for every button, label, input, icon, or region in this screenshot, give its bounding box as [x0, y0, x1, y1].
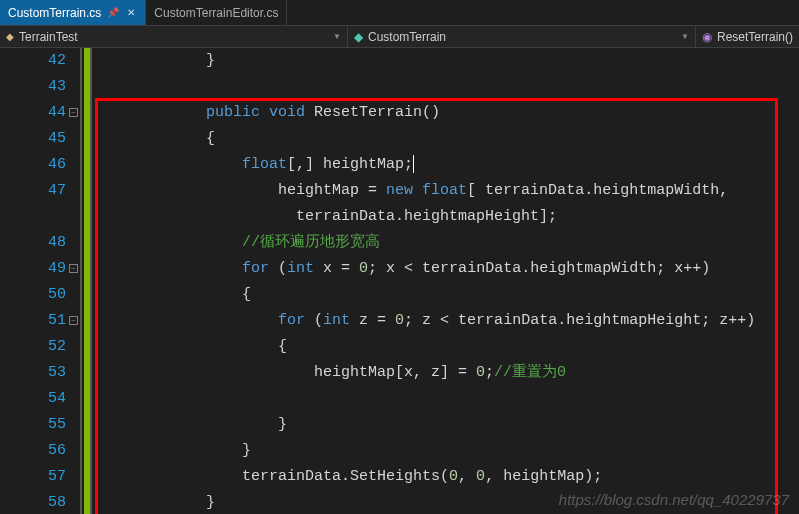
- code-line[interactable]: public void ResetTerrain(): [98, 100, 799, 126]
- code-line[interactable]: }: [98, 490, 799, 514]
- line-number: 50: [0, 282, 66, 308]
- tab-bar: CustomTerrain.cs 📌 ✕ CustomTerrainEditor…: [0, 0, 799, 26]
- line-number: 42: [0, 48, 66, 74]
- fold-indicator-track: −−−: [68, 48, 80, 514]
- namespace-dropdown[interactable]: ◆ TerrainTest ▼: [0, 26, 348, 47]
- class-dropdown[interactable]: ◆ CustomTerrain ▼: [348, 26, 696, 47]
- line-number: 52: [0, 334, 66, 360]
- code-line[interactable]: [98, 74, 799, 100]
- code-line[interactable]: terrainData.SetHeights(0, 0, heightMap);: [98, 464, 799, 490]
- code-line[interactable]: {: [98, 126, 799, 152]
- code-line[interactable]: for (int x = 0; x < terrainData.heightma…: [98, 256, 799, 282]
- code-line[interactable]: terrainData.heightmapHeight];: [98, 204, 799, 230]
- namespace-icon: ◆: [6, 31, 14, 42]
- line-number: 44: [0, 100, 66, 126]
- code-line[interactable]: [98, 386, 799, 412]
- close-icon[interactable]: ✕: [125, 7, 137, 19]
- line-number: 54: [0, 386, 66, 412]
- line-number: 45: [0, 126, 66, 152]
- chevron-down-icon: ▼: [333, 32, 341, 41]
- line-number: 47: [0, 178, 66, 204]
- line-number-gutter: 42434445464748495051525354555657585960−−…: [0, 48, 80, 514]
- line-number: 58: [0, 490, 66, 514]
- code-line[interactable]: }: [98, 48, 799, 74]
- line-number: 48: [0, 230, 66, 256]
- tab-customterrain[interactable]: CustomTerrain.cs 📌 ✕: [0, 0, 146, 25]
- pin-icon[interactable]: 📌: [107, 7, 119, 19]
- fold-toggle-icon[interactable]: −: [69, 264, 78, 273]
- line-number: [0, 204, 66, 230]
- code-line[interactable]: heightMap[x, z] = 0;//重置为0: [98, 360, 799, 386]
- code-editor[interactable]: 42434445464748495051525354555657585960−−…: [0, 48, 799, 514]
- line-number: 51: [0, 308, 66, 334]
- code-line[interactable]: }: [98, 438, 799, 464]
- code-line[interactable]: }: [98, 412, 799, 438]
- breadcrumb-bar: ◆ TerrainTest ▼ ◆ CustomTerrain ▼ ◉ Rese…: [0, 26, 799, 48]
- tab-customterraineditor[interactable]: CustomTerrainEditor.cs: [146, 0, 287, 25]
- method-icon: ◉: [702, 30, 712, 44]
- fold-toggle-icon[interactable]: −: [69, 316, 78, 325]
- code-content[interactable]: } public void ResetTerrain() { float[,] …: [98, 48, 799, 514]
- namespace-label: TerrainTest: [19, 30, 78, 44]
- class-label: CustomTerrain: [368, 30, 446, 44]
- line-number: 49: [0, 256, 66, 282]
- code-line[interactable]: //循环遍历地形宽高: [98, 230, 799, 256]
- line-number: 46: [0, 152, 66, 178]
- chevron-down-icon: ▼: [681, 32, 689, 41]
- code-line[interactable]: heightMap = new float[ terrainData.heigh…: [98, 178, 799, 204]
- fold-toggle-icon[interactable]: −: [69, 108, 78, 117]
- code-line[interactable]: float[,] heightMap;: [98, 152, 799, 178]
- code-line[interactable]: {: [98, 282, 799, 308]
- line-number: 53: [0, 360, 66, 386]
- tab-label: CustomTerrain.cs: [8, 6, 101, 20]
- class-icon: ◆: [354, 30, 363, 44]
- line-number: 57: [0, 464, 66, 490]
- method-label: ResetTerrain(): [717, 30, 793, 44]
- line-number: 55: [0, 412, 66, 438]
- method-dropdown[interactable]: ◉ ResetTerrain(): [696, 26, 799, 47]
- code-line[interactable]: for (int z = 0; z < terrainData.heightma…: [98, 308, 799, 334]
- tab-label: CustomTerrainEditor.cs: [154, 6, 278, 20]
- line-number: 56: [0, 438, 66, 464]
- line-number: 43: [0, 74, 66, 100]
- code-line[interactable]: {: [98, 334, 799, 360]
